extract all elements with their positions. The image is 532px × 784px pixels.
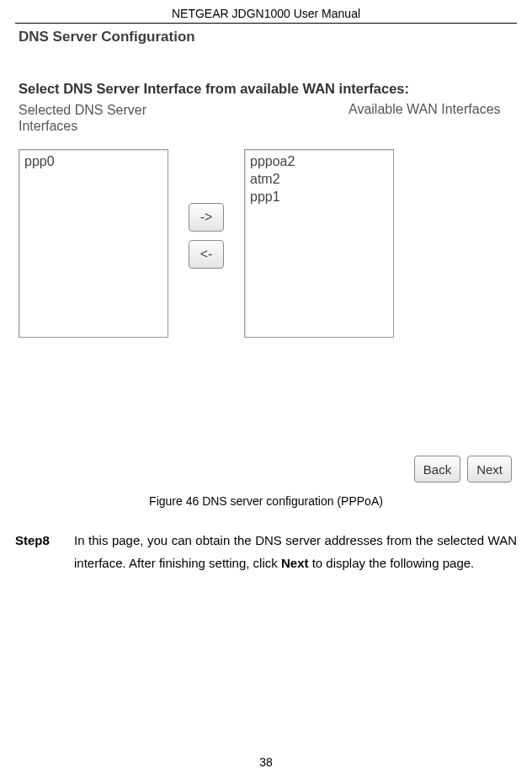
page-header: NETGEAR JDGN1000 User Manual bbox=[15, 7, 517, 24]
move-right-button[interactable]: -> bbox=[189, 203, 224, 232]
next-button[interactable]: Next bbox=[467, 456, 512, 483]
dns-config-screenshot: DNS Server Configuration Select DNS Serv… bbox=[15, 24, 517, 483]
step-instruction: Step8 In this page, you can obtain the D… bbox=[15, 530, 517, 574]
list-item[interactable]: atm2 bbox=[250, 171, 388, 189]
available-interfaces-label: Available WAN Interfaces bbox=[348, 102, 517, 134]
back-button[interactable]: Back bbox=[414, 456, 460, 483]
available-interfaces-listbox[interactable]: pppoa2 atm2 ppp1 bbox=[244, 149, 394, 338]
step-label: Step8 bbox=[15, 530, 74, 574]
selected-interfaces-label: Selected DNS Server Interfaces bbox=[19, 102, 187, 134]
step-text: In this page, you can obtain the DNS ser… bbox=[74, 530, 517, 574]
list-item[interactable]: ppp0 bbox=[24, 153, 162, 171]
figure-caption: Figure 46 DNS server configuration (PPPo… bbox=[15, 494, 517, 508]
step-text-post: to display the following page. bbox=[308, 556, 474, 570]
page-number: 38 bbox=[0, 755, 532, 769]
selected-interfaces-listbox[interactable]: ppp0 bbox=[19, 149, 168, 338]
section-heading: DNS Server Configuration bbox=[19, 29, 517, 45]
move-left-button[interactable]: <- bbox=[189, 240, 224, 269]
list-item[interactable]: ppp1 bbox=[250, 189, 388, 206]
prompt-text: Select DNS Server Interface from availab… bbox=[19, 81, 517, 97]
list-item[interactable]: pppoa2 bbox=[250, 153, 388, 171]
step-text-bold: Next bbox=[281, 556, 309, 570]
